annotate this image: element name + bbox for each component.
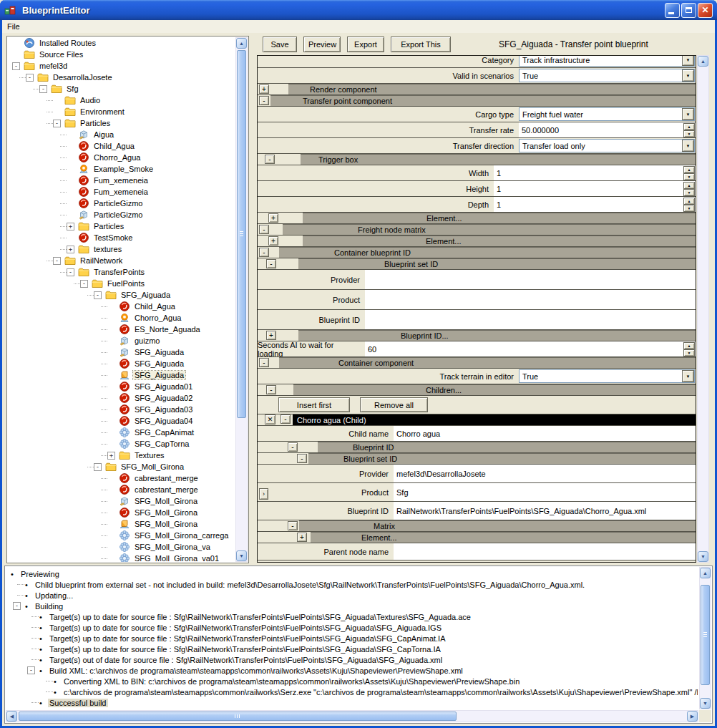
provider-input[interactable]: mefel3d\DesarrollaJosete	[394, 465, 696, 482]
log-item[interactable]: •Successful build	[6, 697, 698, 708]
dropdown-arrow-icon[interactable]: ▼	[682, 370, 694, 382]
tree-item[interactable]: -TransferPoints	[8, 266, 235, 278]
tree-item[interactable]: SFG_Moll_Girona	[8, 507, 235, 518]
log-item[interactable]: •Target(s) out of date for source file :…	[6, 654, 698, 665]
expander-minus-icon[interactable]: -	[259, 225, 269, 234]
log-scroll-thumb[interactable]	[701, 585, 710, 685]
expander-minus-icon[interactable]: -	[259, 96, 269, 105]
product-input[interactable]	[365, 290, 696, 309]
tree-item[interactable]: Fum_xemeneia	[8, 175, 235, 186]
tree-item[interactable]: -SFG_Aiguada	[8, 289, 235, 301]
tree-item[interactable]: ParticleGizmo	[8, 198, 235, 209]
provider-input[interactable]	[365, 270, 696, 289]
expander-plus-icon[interactable]: +	[259, 84, 269, 94]
scroll-left-icon[interactable]: ◀	[6, 711, 17, 722]
spinner-buttons[interactable]: ▲▼	[683, 342, 695, 356]
log-item[interactable]: •Child blueprint from external set - not…	[6, 579, 698, 590]
spinner-buttons[interactable]: ▲▼	[683, 182, 695, 195]
tree-item[interactable]: SFG_Moll_Girona_va01	[8, 553, 235, 562]
tree-item[interactable]: cabrestant_merge	[8, 484, 235, 495]
maximize-button[interactable]	[681, 3, 696, 18]
tree-item[interactable]: SFG_CapAnimat	[8, 427, 235, 438]
tree-item[interactable]: Child_Agua	[8, 140, 235, 152]
dropdown-arrow-icon[interactable]: ▼	[682, 69, 694, 82]
dropdown-arrow-icon[interactable]: ▼	[682, 55, 694, 66]
log-item[interactable]: -•Build XML: c:\archivos de programa\ste…	[6, 665, 698, 676]
blueprint-id-input[interactable]	[365, 310, 696, 329]
tree-item[interactable]: cabrestant_merge	[8, 472, 235, 484]
close-button[interactable]: ✕	[698, 3, 713, 18]
log-horizontal-scrollbar[interactable]: ◀ ▶	[6, 710, 698, 722]
tree-item[interactable]: -Particles	[8, 117, 235, 129]
export-this-button[interactable]: Export This	[391, 37, 451, 52]
expander-minus-icon[interactable]: -	[259, 248, 269, 257]
tree-item[interactable]: SFG_Moll_Girona_carrega	[8, 530, 235, 541]
tree-expander-icon[interactable]: -	[53, 257, 61, 265]
tree-scrollbar[interactable]: ▲ ▼	[235, 37, 248, 562]
scroll-down-icon[interactable]: ▼	[700, 698, 711, 709]
tree-expander-icon[interactable]: -	[80, 280, 88, 288]
dropdown-arrow-icon[interactable]: ▼	[682, 108, 694, 120]
log-item[interactable]: •Converting XML to BIN: c:\archivos de p…	[6, 676, 698, 686]
expander-minus-icon[interactable]: -	[265, 155, 275, 164]
tree-item[interactable]: Fum_xemeneia	[8, 186, 235, 198]
log-item[interactable]: -•Building	[6, 601, 698, 611]
expander-plus-icon[interactable]: +	[268, 213, 278, 223]
log-vertical-scrollbar[interactable]: ▲ ▼	[699, 567, 711, 709]
tree-expander-icon[interactable]: +	[67, 223, 74, 230]
export-button[interactable]: Export	[347, 37, 384, 52]
log-expander-icon[interactable]: -	[13, 602, 21, 610]
transfer-rate-input[interactable]: 50.000000▲▼	[519, 122, 696, 137]
tree-item[interactable]: Audio	[8, 94, 235, 106]
tree-item[interactable]: SFG_Aiguada	[8, 346, 235, 358]
tree-item[interactable]: SFG_Aiguada02	[8, 392, 235, 404]
depth-input[interactable]: 1▲▼	[494, 197, 696, 212]
tree-expander-icon[interactable]: -	[26, 74, 34, 82]
tree-item[interactable]: SFG_Moll_Girona	[8, 518, 235, 530]
tree-item[interactable]: SFG_CapTorna	[8, 438, 235, 450]
tree-expander-icon[interactable]: +	[107, 452, 115, 460]
valid-in-scenarios-select[interactable]: True▼	[519, 69, 695, 82]
blueprint-id-input[interactable]: RailNetwork\TransferPoints\FuelPoints\SF…	[394, 502, 696, 520]
log-expander-icon[interactable]: -	[27, 666, 35, 674]
expander-minus-icon[interactable]: -	[281, 414, 291, 424]
spinner-buttons[interactable]: ▲▼	[683, 198, 695, 211]
transfer-direction-select[interactable]: Transfer load only▼	[519, 139, 695, 152]
tree-item[interactable]: +Textures	[8, 450, 235, 461]
tree-expander-icon[interactable]: -	[94, 463, 102, 471]
spinner-buttons[interactable]: ▲▼	[683, 166, 695, 180]
tree-item[interactable]: SFG_Aiguada	[8, 369, 235, 381]
seconds-ai-to-wait-for-loading-input[interactable]: 60▲▼	[365, 341, 696, 356]
spinner-buttons[interactable]: ▲▼	[683, 123, 695, 137]
track-terrain-in-editor-select[interactable]: True▼	[519, 369, 695, 383]
tree-item[interactable]: ParticleGizmo	[8, 209, 235, 220]
child-name-input[interactable]: Chorro agua	[394, 426, 696, 441]
tree-item[interactable]: -Sfg	[8, 83, 235, 94]
remove-all-button[interactable]: Remove all	[360, 397, 428, 412]
child-nav-button[interactable]: ›	[259, 488, 268, 500]
tree-item[interactable]: SFG_Moll_Girona_va	[8, 541, 235, 553]
tree-item[interactable]: TestSmoke	[8, 232, 235, 243]
expander-minus-icon[interactable]: -	[266, 259, 276, 268]
width-input[interactable]: 1▲▼	[494, 165, 696, 180]
tree-expander-icon[interactable]: +	[67, 246, 74, 253]
minimize-button[interactable]	[665, 3, 680, 18]
product-input[interactable]: Sfg	[394, 483, 696, 501]
tree-item[interactable]: SFG_Aiguada	[8, 358, 235, 369]
tree-item[interactable]: Installed Routes	[8, 37, 235, 49]
tree-item[interactable]: SFG_Aiguada04	[8, 415, 235, 427]
preview-button[interactable]: Preview	[303, 37, 341, 52]
cargo-type-select[interactable]: Freight fuel water▼	[519, 107, 695, 121]
expander-minus-icon[interactable]: -	[297, 454, 307, 463]
save-button[interactable]: Save	[263, 37, 297, 52]
log-item[interactable]: •Target(s) up to date for source file : …	[6, 633, 698, 644]
expander-minus-icon[interactable]: -	[259, 358, 269, 367]
insert-first-button[interactable]: Insert first	[278, 397, 350, 412]
scroll-up-icon[interactable]: ▲	[698, 56, 708, 67]
log-item[interactable]: •Target(s) up to date for source file : …	[6, 644, 698, 654]
scroll-down-icon[interactable]: ▼	[698, 551, 708, 562]
expander-plus-icon[interactable]: +	[266, 331, 276, 340]
tree-item[interactable]: Source Files	[8, 49, 235, 60]
scroll-down-icon[interactable]: ▼	[236, 550, 247, 561]
scroll-right-icon[interactable]: ▶	[687, 711, 698, 722]
